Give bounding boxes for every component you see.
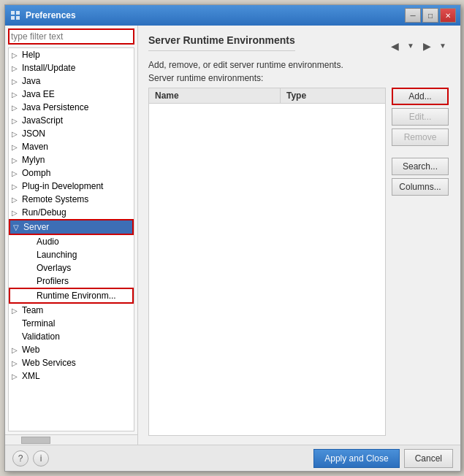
panel-sub-label: Server runtime environments: <box>148 73 450 83</box>
tree-item-web-services[interactable]: ▷ Web Services <box>9 356 134 369</box>
tree-item-runtime-environments[interactable]: Runtime Environm... <box>9 288 134 304</box>
tree-item-web[interactable]: ▷ Web <box>9 343 134 356</box>
main-content: ▷ Help ▷ Install/Update ▷ Java ▷ Java EE <box>5 26 460 445</box>
arrow-icon: ▷ <box>12 169 20 177</box>
arrow-icon: ▷ <box>12 91 20 99</box>
arrow-icon: ▷ <box>12 196 20 204</box>
tree-item-label: Maven <box>22 142 48 152</box>
nav-dropdown-button[interactable]: ▼ <box>436 39 450 53</box>
tree-item-label: Oomph <box>22 168 50 178</box>
tree-item-label: Validation <box>22 331 60 342</box>
close-button[interactable]: ✕ <box>440 8 456 23</box>
tree-item-label: Runtime Environm... <box>37 291 116 301</box>
tree-item-java-persistence[interactable]: ▷ Java Persistence <box>9 101 134 114</box>
preferences-tree: ▷ Help ▷ Install/Update ▷ Java ▷ Java EE <box>8 47 134 431</box>
remove-button[interactable]: Remove <box>392 128 449 146</box>
bottom-bar: ? i Apply and Close Cancel <box>5 445 460 471</box>
tree-item-label: Java Persistence <box>22 102 88 112</box>
tree-item-profilers[interactable]: Profilers <box>9 275 134 288</box>
arrow-icon: ▷ <box>12 209 20 217</box>
filter-wrapper <box>5 26 137 47</box>
tree-item-label: Help <box>22 50 40 60</box>
minimize-button[interactable]: ─ <box>405 8 421 23</box>
tree-item-remote-systems[interactable]: ▷ Remote Systems <box>9 193 134 206</box>
tree-item-json[interactable]: ▷ JSON <box>9 127 134 140</box>
table-area: Name Type Add... Edit... Remove Search..… <box>148 88 450 436</box>
tree-item-run-debug[interactable]: ▷ Run/Debug <box>9 206 134 219</box>
tree-item-label: Web Services <box>22 358 76 368</box>
tree-item-java[interactable]: ▷ Java <box>9 74 134 88</box>
preferences-window: Preferences ─ □ ✕ ▷ Help ▷ <box>4 4 461 472</box>
arrow-icon: ▷ <box>12 359 20 367</box>
tree-item-help[interactable]: ▷ Help <box>9 48 134 61</box>
window-controls: ─ □ ✕ <box>405 8 456 23</box>
filter-box <box>8 28 134 45</box>
tree-item-label: Run/Debug <box>22 207 66 218</box>
arrow-icon: ▷ <box>12 64 20 72</box>
tree-item-mylyn[interactable]: ▷ Mylyn <box>9 153 134 166</box>
add-button[interactable]: Add... <box>392 88 449 105</box>
info-icon: i <box>40 453 42 464</box>
tree-item-plugin-dev[interactable]: ▷ Plug-in Development <box>9 180 134 193</box>
tree-item-java-ee[interactable]: ▷ Java EE <box>9 88 134 101</box>
back-button[interactable]: ◀ <box>387 39 402 53</box>
columns-button[interactable]: Columns... <box>392 178 449 196</box>
tree-item-javascript[interactable]: ▷ JavaScript <box>9 114 134 127</box>
tree-item-launching[interactable]: Launching <box>9 248 134 261</box>
svg-rect-2 <box>11 16 15 20</box>
tree-item-server[interactable]: ▽ Server <box>9 219 134 235</box>
search-button[interactable]: Search... <box>392 158 449 175</box>
tree-item-label: Web <box>22 345 39 355</box>
tree-item-label: Profilers <box>37 276 69 286</box>
tree-item-oomph[interactable]: ▷ Oomph <box>9 166 134 180</box>
tree-item-team[interactable]: ▷ Team <box>9 304 134 317</box>
arrow-icon: ▷ <box>12 372 20 380</box>
bottom-right: Apply and Close Cancel <box>313 449 453 468</box>
col-header-name: Name <box>149 88 281 103</box>
tree-item-install-update[interactable]: ▷ Install/Update <box>9 61 134 74</box>
apply-close-button[interactable]: Apply and Close <box>313 449 399 468</box>
maximize-button[interactable]: □ <box>422 8 438 23</box>
tree-item-audio[interactable]: Audio <box>9 235 134 248</box>
table-body <box>149 104 385 435</box>
edit-button[interactable]: Edit... <box>392 108 449 126</box>
title-bar: Preferences ─ □ ✕ <box>5 5 460 26</box>
tree-item-overlays[interactable]: Overlays <box>9 261 134 275</box>
tree-item-label: Mylyn <box>22 155 45 165</box>
tree-item-label: Remote Systems <box>22 194 88 204</box>
forward-button[interactable]: ▶ <box>419 39 434 53</box>
tree-item-terminal[interactable]: Terminal <box>9 317 134 330</box>
filter-input[interactable] <box>9 30 133 43</box>
window-title: Preferences <box>26 10 405 20</box>
panel-title: Server Runtime Environments <box>148 34 295 51</box>
info-button[interactable]: i <box>33 450 49 467</box>
tree-item-validation[interactable]: Validation <box>9 330 134 343</box>
right-panel: Server Runtime Environments ◀ ▼ ▶ ▼ Add,… <box>138 26 460 445</box>
environments-table: Name Type <box>148 88 386 436</box>
tree-item-xml[interactable]: ▷ XML <box>9 369 134 383</box>
tree-item-maven[interactable]: ▷ Maven <box>9 140 134 153</box>
h-scrollbar-thumb[interactable] <box>21 437 50 444</box>
tree-item-label: Java <box>22 76 40 86</box>
help-icons: ? i <box>12 450 49 467</box>
arrow-icon: ▷ <box>12 346 20 354</box>
spacer <box>392 149 450 155</box>
tree-item-label: Java EE <box>22 89 55 99</box>
side-buttons: Add... Edit... Remove Search... Columns.… <box>392 88 450 436</box>
arrow-icon: ▽ <box>13 223 22 231</box>
tree-item-label: Install/Update <box>22 63 75 73</box>
h-scrollbar[interactable] <box>5 434 137 445</box>
tree-item-label: Launching <box>37 250 77 260</box>
cancel-button[interactable]: Cancel <box>404 449 453 468</box>
nav-controls: ◀ ▼ ▶ ▼ <box>387 39 450 53</box>
tree-item-label: Plug-in Development <box>22 181 103 191</box>
panel-description: Add, remove, or edit server runtime envi… <box>148 60 450 70</box>
tree-item-label: Audio <box>37 237 59 247</box>
window-icon <box>9 9 21 21</box>
help-button[interactable]: ? <box>12 450 28 467</box>
arrow-icon: ▷ <box>12 143 20 151</box>
left-panel: ▷ Help ▷ Install/Update ▷ Java ▷ Java EE <box>5 26 138 445</box>
forward-dropdown-button[interactable]: ▼ <box>403 39 418 53</box>
tree-item-label: Server <box>23 222 49 232</box>
arrow-icon: ▷ <box>12 117 20 125</box>
